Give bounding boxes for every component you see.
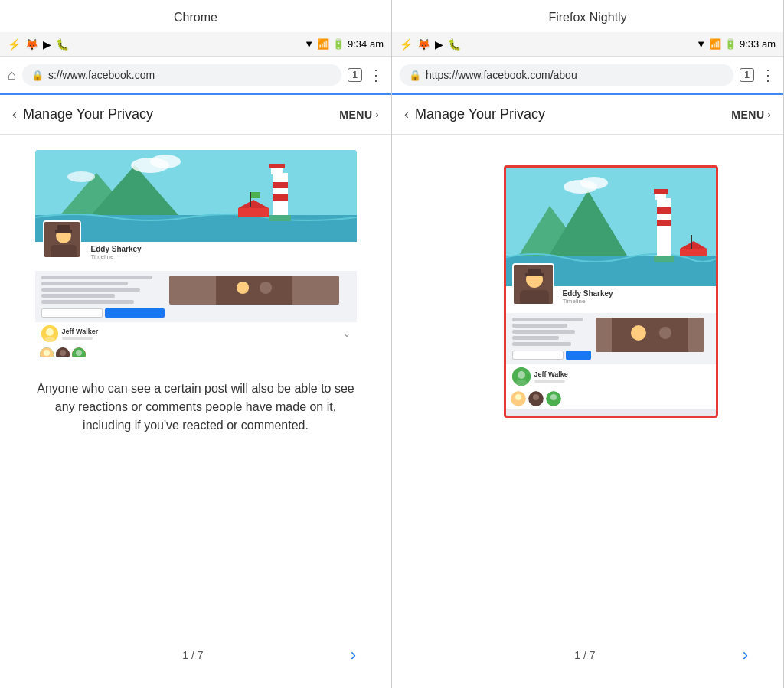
bug-icon: 🐛 [56, 38, 69, 51]
avatar3-svg [72, 347, 86, 357]
nav-menu-button[interactable]: MENU › [339, 109, 379, 121]
menu-arrow-icon: › [376, 109, 380, 120]
svg-rect-6 [273, 194, 288, 201]
back-icon[interactable]: ‹ [12, 106, 17, 122]
ff-more-options-icon[interactable]: ⋮ [760, 66, 776, 84]
home-icon[interactable]: ⌂ [8, 67, 16, 83]
expand-icon: ⌄ [343, 328, 351, 339]
chrome-pagination: 1 / 7 › [12, 637, 379, 673]
ff-photo-thumb-svg [596, 318, 704, 352]
ff-status-icons-right: ▼ 📶 🔋 9:33 am [696, 38, 776, 50]
svg-point-26 [46, 328, 54, 336]
lock-icon: 🔒 [31, 70, 44, 81]
chrome-label: Chrome [0, 0, 391, 32]
svg-point-63 [533, 394, 539, 400]
svg-point-48 [580, 177, 608, 189]
play-icon: ▶ [43, 38, 51, 51]
svg-rect-54 [612, 318, 688, 352]
ff-back-icon[interactable]: ‹ [404, 106, 409, 122]
svg-rect-10 [238, 208, 269, 217]
firefox-icon: 🦊 [25, 38, 38, 51]
svg-rect-40 [657, 220, 671, 226]
ff-status-icons-left: ⚡ 🦊 ▶ 🐛 [400, 38, 461, 51]
firefox-pagination: 1 / 7 › [404, 637, 771, 673]
svg-point-16 [67, 171, 95, 182]
ff-profile-name: Eddy Sharkey [563, 289, 711, 298]
ff-nav-left: ‹ Manage Your Privacy [404, 106, 545, 122]
description-text: Anyone who can see a certain post will a… [35, 380, 357, 435]
chrome-status-bar: ⚡ 🦊 ▶ 🐛 ▼ 📶 🔋 9:34 am [0, 32, 391, 57]
photo-thumb-svg [169, 276, 339, 305]
ff-usb-icon: ⚡ [400, 38, 413, 51]
svg-rect-53 [528, 269, 541, 276]
svg-rect-12 [250, 192, 251, 207]
time-display: 9:34 am [348, 38, 384, 50]
profile-name: Eddy Sharkey [91, 245, 351, 253]
ff-wifi-icon: 📶 [709, 38, 721, 50]
firefox-nav-bar: ‹ Manage Your Privacy MENU › [392, 95, 783, 135]
next-page-button[interactable]: › [351, 645, 356, 665]
ff-next-page-button[interactable]: › [743, 645, 748, 665]
ff-signal-icon: ▼ [696, 38, 706, 50]
page-info: 1 / 7 [182, 649, 203, 661]
profile-sub: Timeline [91, 253, 351, 260]
ff-avatar2-svg [528, 391, 544, 406]
svg-rect-7 [270, 215, 291, 221]
ff-menu-arrow-icon: › [768, 109, 772, 120]
chrome-nav-bar: ‹ Manage Your Privacy MENU › [0, 95, 391, 135]
svg-rect-41 [654, 256, 674, 262]
ff-battery-icon: 🔋 [724, 38, 737, 50]
svg-point-23 [237, 282, 249, 294]
nav-title: Manage Your Privacy [23, 106, 153, 122]
cover-scene-svg [35, 150, 357, 242]
chrome-content: Eddy Sharkey Timeline [0, 135, 391, 688]
svg-rect-38 [657, 198, 671, 256]
svg-rect-4 [273, 173, 288, 215]
more-options-icon[interactable]: ⋮ [368, 66, 384, 84]
ff-play-icon: ▶ [435, 38, 443, 51]
ff-avatar3 [546, 391, 561, 406]
svg-point-61 [515, 394, 521, 400]
ff-profile-sub: Timeline [563, 298, 711, 305]
svg-point-55 [631, 325, 646, 341]
facebook-mockup-firefox: Eddy Sharkey Timeline [504, 165, 718, 418]
firefox-label: Firefox Nightly [392, 0, 783, 32]
svg-point-24 [260, 282, 272, 294]
svg-point-58 [518, 371, 525, 379]
svg-rect-22 [216, 276, 292, 305]
status-icons-left: ⚡ 🦊 ▶ 🐛 [8, 38, 69, 51]
profile-avatar-svg [44, 222, 81, 259]
avatar1-svg [40, 347, 54, 357]
tab-count[interactable]: 1 [348, 68, 362, 82]
nav-left: ‹ Manage Your Privacy [12, 106, 153, 122]
svg-rect-39 [657, 207, 671, 214]
svg-rect-9 [270, 164, 285, 168]
ff-bottom-avatars [506, 389, 716, 409]
ff-lock-icon: 🔒 [409, 70, 421, 81]
svg-point-29 [44, 350, 50, 356]
ff-time-display: 9:33 am [740, 38, 776, 50]
svg-rect-46 [691, 235, 692, 249]
url-text: s://www.facebook.com [48, 69, 155, 81]
svg-rect-44 [680, 249, 707, 256]
ff-tab-count[interactable]: 1 [740, 68, 754, 82]
ff-url-box[interactable]: 🔒 https://www.facebook.com/abou [400, 64, 733, 86]
svg-rect-43 [654, 189, 668, 194]
ff-url-text: https://www.facebook.com/abou [426, 69, 577, 81]
ff-commenter-avatar-svg [512, 367, 531, 386]
wifi-icon: 📶 [317, 38, 329, 50]
ff-nav-menu-button[interactable]: MENU › [731, 109, 771, 121]
svg-rect-3 [35, 215, 357, 242]
firefox-address-bar: 🔒 https://www.facebook.com/abou 1 ⋮ [392, 57, 783, 95]
ff-avatar2 [528, 391, 544, 406]
ff-nav-title: Manage Your Privacy [415, 106, 545, 122]
status-icons-right: ▼ 📶 🔋 9:34 am [304, 38, 384, 50]
chrome-panel: Chrome ⚡ 🦊 ▶ 🐛 ▼ 📶 🔋 9:34 am ⌂ 🔒 s://www… [0, 0, 392, 688]
battery-icon: 🔋 [332, 38, 345, 50]
svg-point-15 [150, 155, 181, 168]
signal-icon: ▼ [304, 38, 314, 50]
svg-rect-21 [57, 225, 70, 233]
svg-point-33 [76, 350, 82, 356]
ff-browser-icon: 🦊 [417, 38, 430, 51]
url-box[interactable]: 🔒 s://www.facebook.com [22, 64, 341, 86]
